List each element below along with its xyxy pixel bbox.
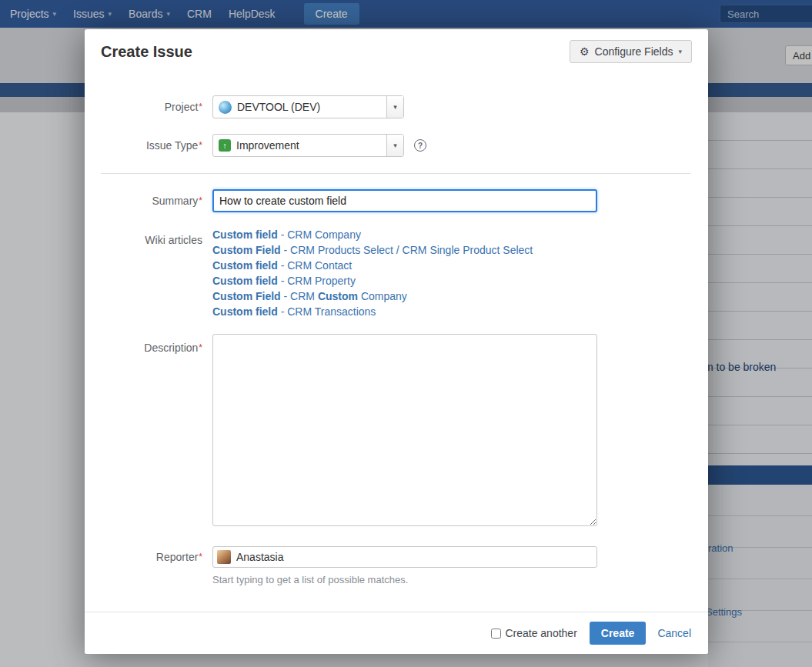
project-select-value: DEVTOOL (DEV)	[213, 96, 386, 118]
project-avatar-icon	[219, 101, 232, 114]
wiki-link[interactable]: Custom field - CRM Contact	[212, 258, 628, 273]
reporter-value: Anastasia	[236, 551, 283, 563]
help-icon[interactable]: ?	[414, 139, 426, 152]
reporter-input[interactable]: Anastasia	[212, 546, 597, 568]
description-textarea[interactable]	[212, 334, 597, 526]
dropdown-caret-icon: ▾	[393, 142, 397, 149]
wiki-articles-list: Custom field - CRM Company Custom Field …	[212, 227, 628, 319]
create-another-label: Create another	[505, 627, 576, 639]
improvement-icon: ↑	[219, 139, 231, 152]
chevron-down-icon: ▾	[678, 48, 682, 55]
project-label: Project	[101, 95, 202, 118]
create-issue-dialog: Create Issue ⚙ Configure Fields ▾ Projec…	[85, 29, 708, 654]
wiki-link[interactable]: Custom field - CRM Company	[212, 227, 628, 242]
wiki-link[interactable]: Custom field - CRM Transactions	[212, 304, 628, 319]
cancel-link[interactable]: Cancel	[657, 627, 691, 639]
required-asterisk	[199, 195, 202, 206]
wiki-link[interactable]: Custom Field - CRM Custom Company	[212, 288, 628, 304]
create-button[interactable]: Create	[590, 622, 647, 645]
project-select[interactable]: DEVTOOL (DEV) ▾	[212, 95, 404, 118]
dialog-header: Create Issue ⚙ Configure Fields ▾	[85, 29, 708, 74]
issue-type-dropdown-button[interactable]: ▾	[386, 135, 403, 156]
configure-fields-label: Configure Fields	[595, 45, 673, 58]
dropdown-caret-icon: ▾	[393, 103, 397, 111]
issue-type-select[interactable]: ↑ Improvement ▾	[212, 134, 404, 157]
summary-input[interactable]	[212, 189, 597, 212]
reporter-hint: Start typing to get a list of possible m…	[212, 574, 408, 585]
wiki-articles-label: Wiki articles	[101, 232, 202, 248]
wiki-link[interactable]: Custom Field - CRM Products Select / CRM…	[212, 242, 628, 258]
required-asterisk	[199, 552, 202, 562]
section-divider	[101, 173, 690, 174]
issue-type-label: Issue Type	[101, 134, 202, 157]
required-asterisk	[199, 342, 202, 353]
gear-icon: ⚙	[580, 45, 590, 58]
reporter-avatar	[217, 550, 231, 564]
dialog-title: Create Issue	[101, 43, 192, 61]
wiki-link[interactable]: Custom field - CRM Property	[212, 273, 628, 288]
required-asterisk	[199, 102, 202, 112]
create-another-checkbox[interactable]	[491, 629, 501, 639]
issue-type-select-value: ↑ Improvement	[213, 135, 386, 156]
description-label: Description	[101, 340, 202, 355]
required-asterisk	[199, 140, 202, 151]
configure-fields-button[interactable]: ⚙ Configure Fields ▾	[570, 40, 692, 63]
summary-label: Summary	[101, 189, 202, 212]
dialog-footer: Create another Create Cancel	[85, 612, 708, 654]
jira-page: Add g m to be broken ration Settings Pro…	[0, 0, 812, 667]
reporter-label: Reporter	[101, 546, 202, 568]
project-dropdown-button[interactable]: ▾	[386, 96, 403, 118]
